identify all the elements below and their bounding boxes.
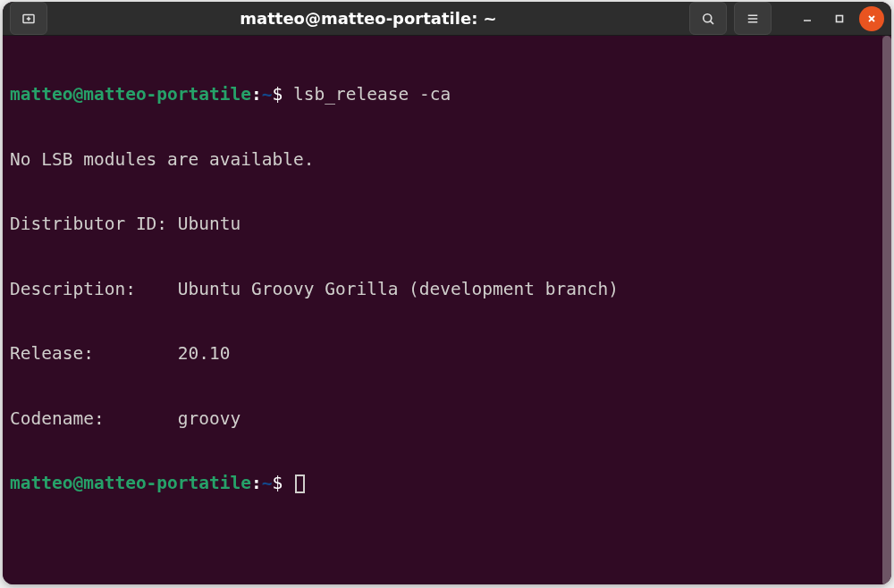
prompt-line-2: matteo@matteo-portatile:~$	[10, 473, 884, 494]
prompt-dollar: $	[273, 473, 283, 493]
window-title: matteo@matteo-portatile: ~	[53, 9, 684, 28]
command-text: lsb_release -ca	[293, 84, 451, 105]
output-line: Distributor ID: Ubuntu	[10, 214, 884, 235]
search-button[interactable]	[689, 2, 727, 35]
cursor	[295, 475, 305, 493]
prompt-dollar: $	[273, 84, 283, 105]
menu-button[interactable]	[734, 2, 772, 35]
new-tab-button[interactable]	[10, 2, 47, 35]
titlebar: matteo@matteo-portatile: ~	[3, 2, 891, 36]
prompt-colon: :	[251, 84, 262, 105]
close-button[interactable]	[859, 6, 884, 31]
titlebar-controls	[689, 2, 884, 35]
svg-rect-9	[837, 15, 843, 21]
minimize-button[interactable]	[795, 6, 820, 31]
output-line: Codename: groovy	[10, 408, 884, 430]
terminal-window: matteo@matteo-portatile: ~	[3, 2, 891, 584]
scrollbar-thumb[interactable]	[882, 36, 891, 584]
prompt-user: matteo@matteo-portatile	[10, 473, 251, 493]
prompt-colon: :	[251, 473, 262, 493]
terminal-body[interactable]: matteo@matteo-portatile:~$ lsb_release -…	[3, 36, 891, 584]
prompt-line-1: matteo@matteo-portatile:~$ lsb_release -…	[10, 84, 884, 105]
svg-line-4	[711, 21, 713, 23]
scrollbar[interactable]	[882, 36, 891, 584]
output-line: Release: 20.10	[10, 343, 884, 365]
output-line: Description: Ubuntu Groovy Gorilla (deve…	[10, 279, 884, 300]
prompt-path: ~	[262, 84, 273, 105]
prompt-user: matteo@matteo-portatile	[10, 84, 251, 105]
svg-point-3	[704, 13, 712, 21]
output-line: No LSB modules are available.	[10, 149, 884, 171]
maximize-button[interactable]	[827, 6, 852, 31]
prompt-path: ~	[262, 473, 273, 493]
